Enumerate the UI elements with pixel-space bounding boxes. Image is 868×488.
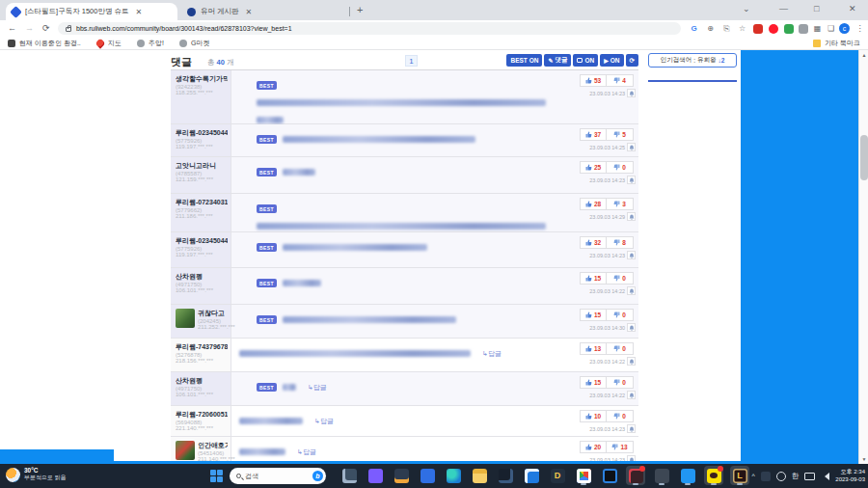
taskbar-app-icon[interactable] bbox=[366, 466, 385, 485]
report-button[interactable] bbox=[627, 424, 636, 433]
reply-link[interactable]: ↳답글 bbox=[482, 349, 502, 359]
extension-red-icon[interactable] bbox=[753, 24, 763, 34]
upvote-button[interactable]: 37 bbox=[580, 128, 607, 141]
report-button[interactable] bbox=[627, 251, 636, 259]
taskbar-app-icon[interactable] bbox=[678, 466, 697, 485]
comment-author[interactable]: 루리웹-0234504459 bbox=[176, 236, 228, 246]
install-icon[interactable]: ⊕ bbox=[705, 23, 716, 34]
pagination-page-1[interactable]: 1 bbox=[405, 55, 418, 67]
bookmark-item[interactable]: 현재 이용중인 환경.. bbox=[8, 39, 81, 48]
tray-status-icon[interactable] bbox=[776, 472, 786, 481]
avatar[interactable] bbox=[176, 441, 195, 460]
comment-author[interactable]: 고앗니고라니 bbox=[176, 161, 228, 171]
minimize-button[interactable]: — bbox=[779, 4, 788, 14]
tab-search-chevron-icon[interactable]: ⌄ bbox=[743, 4, 750, 14]
taskbar-app-icon[interactable]: L bbox=[730, 466, 749, 485]
tray-app-icon[interactable] bbox=[761, 472, 771, 481]
taskbar-search[interactable]: 검색 b bbox=[230, 468, 326, 484]
scrollbar[interactable]: ▲ ▼ bbox=[858, 50, 868, 464]
taskbar-app-icon[interactable] bbox=[600, 466, 619, 485]
report-button[interactable] bbox=[627, 143, 636, 151]
address-bar[interactable]: bbs.ruliweb.com/community/board/300143/r… bbox=[58, 22, 681, 35]
profile-avatar[interactable]: c bbox=[839, 23, 850, 34]
extension-gray-icon[interactable] bbox=[799, 24, 808, 34]
taskbar-app-icon[interactable]: D bbox=[548, 466, 567, 485]
clock[interactable]: 오후 2:34 2023-09-03 bbox=[835, 469, 865, 483]
tab-close-icon[interactable]: ✕ bbox=[246, 8, 253, 16]
share-icon[interactable]: ⎘ bbox=[721, 23, 732, 34]
comment-author[interactable]: 루리웹-7437967854 bbox=[176, 342, 228, 352]
extensions-puzzle-icon[interactable]: ▦ bbox=[812, 23, 823, 34]
write-comment-button[interactable]: ✎댓글 bbox=[544, 54, 571, 67]
comment-author[interactable]: 산차원펭 bbox=[176, 272, 228, 282]
sidebar-tab[interactable] bbox=[648, 73, 692, 80]
bookmark-star-icon[interactable]: ☆ bbox=[737, 23, 747, 34]
comment-author[interactable]: 인간애호가 bbox=[198, 441, 228, 450]
menu-kebab-icon[interactable]: ⋮ bbox=[854, 23, 865, 34]
scroll-down-icon[interactable]: ▼ bbox=[859, 456, 868, 462]
report-button[interactable] bbox=[627, 89, 636, 97]
reply-link[interactable]: ↳답글 bbox=[308, 383, 327, 393]
downvote-button[interactable]: 0 bbox=[607, 342, 634, 355]
comment-author[interactable]: 루리웹-0234504459 bbox=[176, 128, 228, 138]
browser-tab[interactable]: 유머 게시판 ✕ bbox=[181, 3, 353, 20]
comment-author[interactable]: 루리웹-0723403118 bbox=[176, 198, 228, 207]
downvote-button[interactable]: 5 bbox=[607, 128, 634, 141]
comment-author[interactable]: 루리웹-7206005173 bbox=[176, 410, 228, 420]
upvote-button[interactable]: 13 bbox=[580, 342, 607, 355]
upvote-button[interactable]: 28 bbox=[580, 198, 607, 210]
downvote-button[interactable]: 0 bbox=[607, 410, 634, 422]
taskbar-app-icon[interactable] bbox=[626, 466, 645, 485]
extension-opera-icon[interactable] bbox=[769, 24, 778, 34]
taskbar-app-icon[interactable] bbox=[496, 466, 515, 485]
upvote-button[interactable]: 53 bbox=[580, 74, 607, 87]
taskbar-app-icon[interactable] bbox=[574, 466, 593, 485]
upvote-button[interactable]: 32 bbox=[580, 236, 607, 249]
new-tab-button[interactable]: + bbox=[357, 4, 363, 15]
report-button[interactable] bbox=[627, 176, 636, 184]
comment-author[interactable]: 산차원펭 bbox=[176, 376, 228, 386]
browser-tab[interactable]: [스타필드]구독자 1500만명 슈트 ✕ bbox=[6, 3, 177, 20]
upvote-button[interactable]: 15 bbox=[580, 376, 607, 389]
ime-indicator[interactable]: 한 bbox=[792, 472, 800, 481]
maximize-button[interactable]: □ bbox=[814, 4, 819, 14]
bookmark-item[interactable]: G마켓 bbox=[179, 39, 209, 48]
downvote-button[interactable]: 0 bbox=[607, 161, 634, 174]
refresh-comments-button[interactable]: ⟳ bbox=[626, 54, 638, 67]
reply-link[interactable]: ↳답글 bbox=[314, 417, 334, 426]
comment-author[interactable]: 귀찮다고 bbox=[198, 309, 228, 318]
hot-search-box[interactable]: 인기검색어 : 유희왕 ↓2 bbox=[648, 53, 737, 68]
report-button[interactable] bbox=[627, 391, 636, 399]
upvote-button[interactable]: 15 bbox=[580, 309, 607, 321]
best-on-button[interactable]: BEST ON bbox=[506, 54, 542, 67]
reload-icon[interactable]: ⟳ bbox=[42, 23, 50, 33]
taskbar-app-icon[interactable] bbox=[339, 466, 359, 485]
taskbar-app-icon[interactable] bbox=[470, 466, 489, 485]
upvote-button[interactable]: 10 bbox=[580, 410, 607, 422]
tray-chevron-icon[interactable]: ^ bbox=[752, 473, 755, 479]
other-bookmarks-button[interactable]: 기타 북마크 bbox=[813, 39, 860, 48]
taskbar-app-icon[interactable] bbox=[392, 466, 411, 485]
back-icon[interactable]: ← bbox=[8, 23, 16, 33]
start-button[interactable] bbox=[210, 470, 223, 482]
image-on-button[interactable]: ON bbox=[573, 54, 598, 67]
volume-icon[interactable] bbox=[821, 473, 829, 480]
report-button[interactable] bbox=[627, 286, 636, 295]
bookmark-item[interactable]: 추앙! bbox=[137, 39, 164, 48]
weather-widget[interactable]: 30°C 부분적으로 맑음 bbox=[6, 467, 67, 482]
upvote-button[interactable]: 25 bbox=[580, 161, 607, 174]
downvote-button[interactable]: 0 bbox=[607, 272, 634, 285]
taskbar-app-icon[interactable] bbox=[704, 466, 723, 485]
video-on-button[interactable]: ▶ON bbox=[600, 54, 623, 67]
report-button[interactable] bbox=[627, 455, 636, 461]
comment-author[interactable]: 생각할수록기가막힌 bbox=[176, 74, 228, 84]
extension-green-icon[interactable] bbox=[784, 24, 794, 34]
forward-icon[interactable]: → bbox=[25, 23, 34, 33]
upvote-button[interactable]: 20 bbox=[580, 441, 607, 453]
downvote-button[interactable]: 13 bbox=[607, 441, 634, 453]
report-button[interactable] bbox=[627, 212, 636, 221]
downvote-button[interactable]: 3 bbox=[607, 198, 634, 210]
avatar[interactable] bbox=[176, 309, 195, 328]
downvote-button[interactable]: 4 bbox=[607, 74, 634, 87]
downvote-button[interactable]: 8 bbox=[607, 236, 634, 249]
